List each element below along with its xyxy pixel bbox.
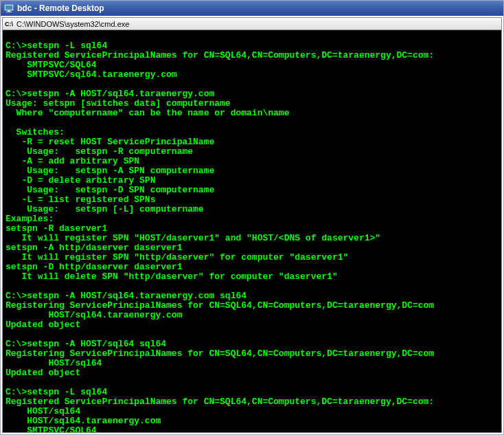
terminal-output[interactable]: C:\>setspn -L sql64 Registered ServicePr… <box>3 30 501 432</box>
inner-titlebar[interactable]: C:\ C:\WINDOWS\system32\cmd.exe <box>3 18 501 30</box>
svg-rect-3 <box>6 12 12 12</box>
inner-window-title: C:\WINDOWS\system32\cmd.exe <box>16 20 129 28</box>
outer-window-title: bdc - Remote Desktop <box>17 3 104 13</box>
remote-desktop-window: bdc - Remote Desktop C:\ C:\WINDOWS\syst… <box>0 0 504 435</box>
cmd-icon: C:\ <box>4 19 14 29</box>
cmd-window: C:\ C:\WINDOWS\system32\cmd.exe C:\>sets… <box>2 17 502 433</box>
svg-rect-2 <box>8 10 10 12</box>
terminal-text: C:\>setspn -L sql64 Registered ServicePr… <box>5 41 434 432</box>
remote-desktop-icon <box>3 3 14 14</box>
outer-titlebar[interactable]: bdc - Remote Desktop <box>1 1 503 16</box>
svg-rect-1 <box>5 5 12 10</box>
